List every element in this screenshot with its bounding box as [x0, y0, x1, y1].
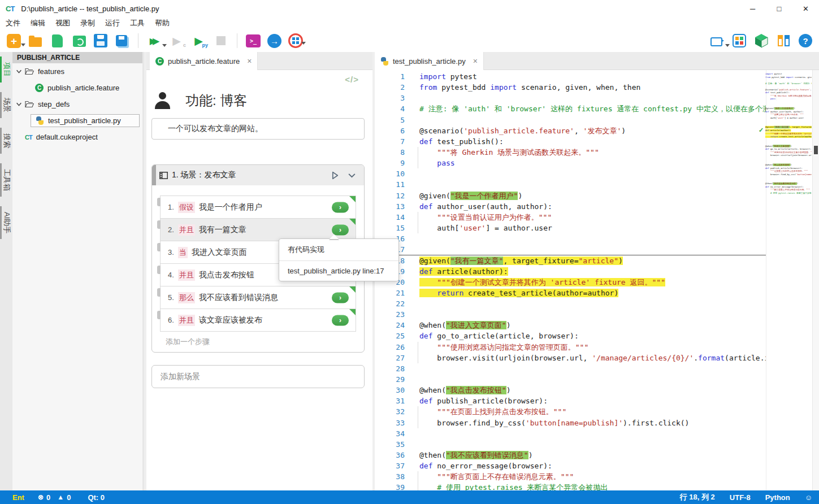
code-line[interactable]: 3	[375, 93, 766, 103]
open-file-icon[interactable]	[72, 33, 87, 49]
tree-item-default.cukeproject[interactable]: CTdefault.cukeproject	[12, 129, 142, 145]
help-icon[interactable]: ?	[799, 34, 812, 47]
open-folder-icon[interactable]	[28, 33, 43, 49]
run-step-button[interactable]: ›	[332, 315, 349, 325]
goto-icon[interactable]: →	[267, 34, 281, 48]
code-line[interactable]: 37def no_error_message(browser):	[375, 460, 766, 471]
code-line[interactable]: 27 browser.visit(urljoin(browser.url, '/…	[375, 353, 766, 363]
code-line[interactable]: 24@when("我进入文章页面")	[375, 320, 766, 331]
code-line[interactable]: 21 return create_test_article(author=aut…	[375, 288, 766, 298]
layout-icon[interactable]	[776, 33, 791, 49]
code-line[interactable]: 18@given("我有一篇文章", target_fixture="artic…	[375, 255, 766, 266]
maximize-button[interactable]: □	[766, 0, 792, 17]
dropdown-caret-icon[interactable]	[301, 42, 306, 45]
menu-item[interactable]: 帮助	[150, 18, 175, 28]
dropdown-caret-icon[interactable]	[725, 44, 730, 47]
terminal-icon[interactable]: >_	[246, 34, 261, 47]
code-line[interactable]: 2from pytest_bdd import scenario, given,…	[375, 82, 766, 93]
code-line[interactable]: 23	[375, 309, 766, 320]
add-step-button[interactable]: 添加一个步骤	[166, 337, 364, 347]
save-all-icon[interactable]	[114, 33, 129, 49]
tree-item-step_defs[interactable]: step_defs	[12, 96, 142, 112]
code-line[interactable]: 19def article(author):	[375, 266, 766, 277]
code-line[interactable]: 9 pass	[375, 158, 766, 168]
run-step-button[interactable]: ›	[332, 224, 349, 235]
code-line[interactable]: 39 # 使用 pytest.raises 来断言某个异常会被抛出	[375, 482, 766, 490]
step-text[interactable]: 我不应该看到错误消息	[199, 293, 278, 303]
code-line[interactable]: 11	[375, 179, 766, 190]
step-text[interactable]: 我进入文章页面	[192, 247, 247, 258]
menu-item[interactable]: 文件	[1, 18, 25, 28]
feedback-smiley-icon[interactable]: ☺	[805, 493, 812, 502]
code-line[interactable]: 10	[375, 168, 766, 179]
encoding-indicator[interactable]: UTF-8	[730, 493, 751, 502]
code-line[interactable]: 36@then("我不应该看到错误消息")	[375, 450, 766, 460]
code-line[interactable]: 8 """将 Gherkin 场景与测试函数关联起来。"""	[375, 147, 766, 158]
menu-item[interactable]: 视图	[50, 18, 75, 28]
tab-publish-article-feature[interactable]: C publish_article.feature ×	[150, 52, 258, 70]
code-line[interactable]: 16	[375, 233, 766, 244]
chevron-down-icon[interactable]	[16, 68, 23, 75]
add-scenario-button[interactable]: 添加新场景	[151, 365, 365, 388]
run-all-icon[interactable]: ▶▶	[147, 33, 162, 49]
scenario-header[interactable]: 1. 场景：发布文章	[152, 165, 364, 185]
menu-item[interactable]: 编辑	[25, 18, 50, 28]
code-line[interactable]: 14 """设置当前认证用户为作者。"""	[375, 212, 766, 223]
widgets-icon[interactable]	[733, 34, 746, 47]
step-text[interactable]: 我点击发布按钮	[199, 270, 254, 280]
code-editor[interactable]: 1import pytest2from pytest_bdd import sc…	[375, 70, 819, 490]
sidebar-tab-工具箱[interactable]: 工具箱	[0, 163, 12, 197]
code-line[interactable]: 12@given("我是一个作者用户")	[375, 190, 766, 201]
code-line[interactable]: 25def go_to_article(article, browser):	[375, 331, 766, 341]
code-line[interactable]: 31def publish_article(browser):	[375, 396, 766, 406]
stop-icon[interactable]	[213, 33, 228, 49]
sidebar-tab-场景[interactable]: 场景	[0, 92, 12, 118]
tree-item-publish_article.feature[interactable]: Cpublish_article.feature	[12, 80, 142, 96]
code-line[interactable]: 38 """断言页面上不存在错误消息元素。"""	[375, 471, 766, 482]
sidebar-tab-项目[interactable]: 项目	[0, 57, 12, 82]
language-indicator[interactable]: Python	[765, 493, 790, 502]
step-row[interactable]: 2.并且我有一篇文章›	[160, 218, 356, 241]
code-line[interactable]: 35	[375, 439, 766, 450]
dropdown-caret-icon[interactable]	[162, 44, 167, 47]
tab-test-publish-article-py[interactable]: test_publish_article.py ×	[375, 52, 484, 70]
run-scenario-icon[interactable]	[330, 171, 340, 180]
code-line[interactable]: 34	[375, 428, 766, 439]
step-row[interactable]: 6.并且该文章应该被发布›	[160, 309, 356, 332]
recorder-icon[interactable]	[710, 33, 725, 49]
tree-item-test_publish_article.py[interactable]: test_publish_article.py	[12, 112, 142, 129]
run-step-button[interactable]: ›	[332, 202, 349, 212]
code-line[interactable]: 26 """使用浏览器访问指定文章的管理页面。"""	[375, 342, 766, 353]
feature-description[interactable]: 一个可以发布文章的网站。	[151, 118, 365, 140]
tooltip-location[interactable]: test_publish_article.py line:17	[279, 261, 398, 281]
code-line[interactable]: 1import pytest	[375, 71, 766, 82]
cube-icon[interactable]	[753, 33, 769, 49]
new-file-icon[interactable]	[50, 33, 65, 49]
step-text[interactable]: 我有一篇文章	[199, 225, 246, 235]
code-line[interactable]: 39 # 使用 pytest.raises 来断言某个异常会被抛出	[764, 192, 812, 195]
menu-item[interactable]: 运行	[100, 18, 125, 28]
minimize-button[interactable]: ─	[739, 0, 766, 17]
win-run-icon[interactable]	[288, 33, 303, 48]
code-line[interactable]: 7def test_publish():	[375, 136, 766, 147]
code-line[interactable]: 30@when("我点击发布按钮")	[375, 385, 766, 396]
code-line[interactable]: 22	[375, 298, 766, 309]
sidebar-tab-AI助手[interactable]: AI助手	[0, 206, 12, 239]
step-text[interactable]: 我是一个作者用户	[199, 202, 262, 212]
run-c-icon[interactable]: ▶c	[169, 33, 184, 49]
code-line[interactable]: 13def author_user(auth, author):	[375, 201, 766, 212]
menu-item[interactable]: 录制	[75, 18, 100, 28]
error-count[interactable]: ⊗0	[38, 493, 50, 502]
run-step-button[interactable]: ›	[332, 292, 349, 303]
code-line[interactable]: 29	[375, 374, 766, 385]
chevron-down-icon[interactable]	[16, 101, 23, 107]
collapse-scenario-icon[interactable]	[348, 172, 356, 179]
menu-item[interactable]: 工具	[125, 18, 150, 28]
sidebar-tab-搜索[interactable]: 搜索	[0, 128, 12, 154]
code-line[interactable]: 4# 注意: 像 'auth' 和 'browser' 这样的 fixtures…	[375, 103, 766, 114]
tree-item-features[interactable]: features	[12, 63, 142, 80]
step-text[interactable]: 该文章应该被发布	[199, 315, 262, 325]
dropdown-caret-icon[interactable]	[21, 44, 25, 46]
editor-scrollbar[interactable]	[812, 70, 819, 490]
code-line[interactable]: 33 browser.find_by_css('button[name=publ…	[375, 418, 766, 428]
